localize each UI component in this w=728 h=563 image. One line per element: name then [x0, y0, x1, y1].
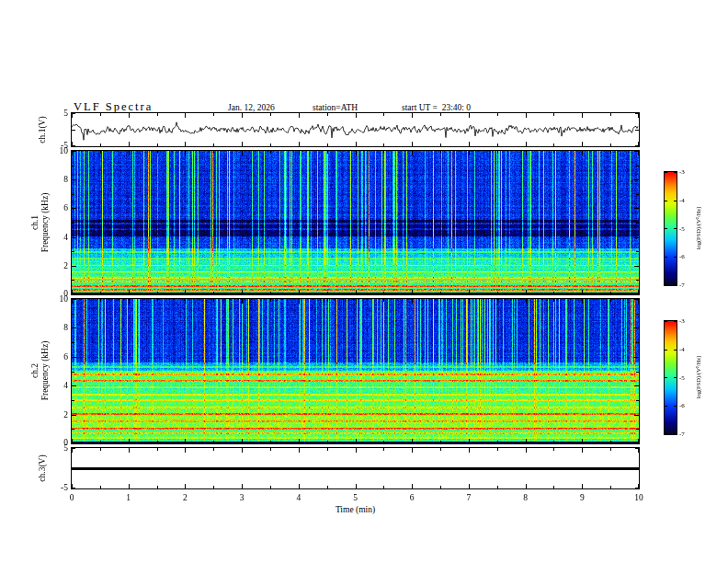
axis-tick: [72, 179, 76, 180]
axis-tick: [72, 468, 75, 469]
axis-tick: [582, 299, 583, 304]
time-tick-label: 0: [63, 493, 81, 502]
axis-tick: [72, 293, 76, 294]
axis-tick: [213, 144, 214, 146]
axis-tick: [185, 299, 186, 304]
axis-tick: [497, 144, 498, 146]
axis-tick: [72, 166, 74, 167]
freq-tick-label: 4: [46, 233, 68, 242]
axis-tick: [412, 439, 413, 443]
axis-tick: [634, 208, 639, 209]
axis-tick: [242, 484, 243, 488]
axis-tick: [553, 448, 554, 451]
axis-tick: [72, 251, 74, 252]
axis-tick: [72, 372, 74, 373]
axis-tick: [157, 448, 158, 451]
ch2-frequency-axis-label: ch.2 Frequency (kHz): [30, 341, 51, 401]
axis-tick: [299, 113, 300, 118]
axis-tick: [72, 130, 75, 131]
ch2-spectrogram-canvas: [72, 299, 639, 443]
axis-tick: [383, 486, 384, 488]
axis-tick: [213, 486, 214, 488]
axis-tick: [469, 151, 470, 155]
axis-tick: [634, 266, 639, 267]
axis-tick: [242, 299, 243, 304]
axis-tick: [635, 448, 639, 449]
axis-tick: [299, 439, 300, 443]
axis-tick: [129, 290, 130, 294]
axis-tick: [327, 441, 328, 443]
axis-tick: [634, 357, 639, 358]
axis-tick: [469, 113, 470, 118]
axis-tick: [412, 113, 413, 118]
colorbar1-tick-label: -3: [679, 168, 685, 176]
axis-tick: [242, 439, 243, 443]
axis-tick: [327, 448, 328, 451]
axis-tick: [469, 290, 470, 294]
colorbar1-tick-label: -7: [679, 282, 685, 289]
time-tick-label: 10: [630, 493, 648, 502]
time-tick-label: 3: [233, 493, 251, 502]
axis-tick: [327, 292, 328, 294]
axis-tick: [610, 292, 611, 294]
axis-tick: [72, 327, 76, 328]
axis-tick: [129, 142, 130, 146]
freq-tick-label: 2: [46, 410, 68, 419]
freq-tick-label: 4: [46, 381, 68, 390]
axis-tick: [129, 484, 130, 488]
axis-tick: [100, 151, 101, 154]
axis-tick: [185, 113, 186, 118]
axis-tick: [636, 223, 639, 224]
freq-tick-label: 8: [46, 323, 68, 332]
axis-tick: [636, 400, 639, 401]
axis-tick: [636, 166, 639, 167]
axis-tick: [553, 299, 554, 302]
axis-tick: [634, 293, 639, 294]
axis-tick: [610, 113, 611, 116]
axis-tick: [72, 237, 76, 238]
axis-tick: [356, 299, 357, 304]
axis-tick: [440, 292, 441, 294]
freq-tick-label: 10: [46, 294, 68, 304]
axis-tick: [270, 299, 271, 302]
axis-tick: [185, 448, 186, 453]
axis-tick: [213, 292, 214, 294]
axis-tick: [72, 145, 75, 146]
axis-tick: [327, 151, 328, 154]
time-tick-label: 5: [347, 493, 365, 502]
axis-tick: [636, 342, 639, 343]
colorbar2-tick-label: -4: [679, 346, 685, 353]
axis-tick: [129, 448, 130, 453]
axis-tick: [383, 144, 384, 146]
axis-tick: [636, 314, 639, 315]
freq-tick-label: 6: [46, 203, 68, 213]
axis-tick: [356, 484, 357, 488]
axis-tick: [100, 486, 101, 488]
axis-tick: [526, 439, 527, 443]
axis-tick: [610, 151, 611, 154]
axis-tick: [412, 448, 413, 453]
axis-tick: [440, 151, 441, 154]
ch1-channel-label: ch.1: [30, 193, 40, 253]
colorbar-spec2: [665, 321, 677, 434]
colorbar2-tick-label: -5: [679, 374, 685, 382]
axis-tick: [582, 142, 583, 146]
axis-tick: [72, 415, 76, 416]
axis-tick: [72, 151, 76, 152]
axis-tick: [100, 441, 101, 443]
axis-tick: [383, 299, 384, 302]
axis-tick: [213, 151, 214, 154]
axis-tick: [635, 145, 639, 146]
axis-tick: [582, 290, 583, 294]
axis-tick: [553, 144, 554, 146]
axis-tick: [299, 290, 300, 294]
axis-tick: [185, 484, 186, 488]
axis-tick: [327, 144, 328, 146]
axis-tick: [582, 484, 583, 488]
axis-tick: [72, 488, 75, 488]
axis-tick: [129, 113, 130, 118]
axis-tick: [610, 448, 611, 451]
time-tick-label: 2: [176, 493, 194, 502]
axis-tick: [213, 299, 214, 302]
axis-tick: [72, 442, 76, 443]
